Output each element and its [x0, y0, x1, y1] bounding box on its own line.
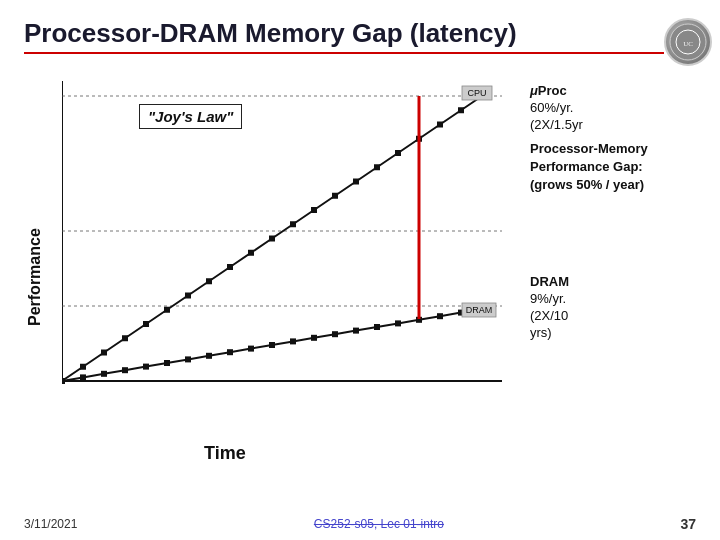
svg-rect-30 [437, 122, 443, 128]
dram-rate: 9%/yr. [530, 291, 696, 308]
svg-rect-17 [164, 307, 170, 313]
chart-svg: 1000 100 10 1 [62, 81, 502, 386]
svg-rect-13 [80, 364, 86, 370]
footer-page: 37 [680, 516, 696, 532]
dram-annotation: DRAM 9%/yr. (2X/10 yrs) [530, 274, 696, 342]
svg-rect-15 [122, 335, 128, 341]
x-axis-label: Time [204, 443, 246, 464]
svg-rect-43 [269, 342, 275, 348]
svg-rect-22 [269, 236, 275, 242]
svg-rect-28 [395, 150, 401, 156]
dram-label-text: DRAM [530, 274, 696, 291]
chart-area: Performance 1000 100 10 1 [24, 76, 514, 466]
svg-rect-46 [332, 331, 338, 337]
svg-rect-19 [206, 278, 212, 284]
svg-rect-27 [374, 164, 380, 170]
proc-rate: 60%/yr. [530, 100, 696, 117]
svg-rect-36 [122, 367, 128, 373]
svg-rect-45 [311, 335, 317, 341]
svg-text:CPU: CPU [467, 88, 486, 98]
svg-rect-16 [143, 321, 149, 327]
joys-law-label: "Joy's Law" [139, 104, 242, 129]
svg-rect-25 [332, 193, 338, 199]
footer: 3/11/2021 CS252-s05, Lec 01-intro 37 [24, 516, 696, 532]
svg-rect-39 [185, 356, 191, 362]
svg-rect-48 [374, 324, 380, 330]
svg-rect-34 [80, 374, 86, 380]
svg-rect-23 [290, 221, 296, 227]
svg-rect-35 [101, 371, 107, 377]
svg-rect-33 [62, 378, 65, 384]
footer-course: CS252-s05, Lec 01-intro [314, 517, 444, 531]
footer-date: 3/11/2021 [24, 517, 77, 531]
mu-symbol: μ [530, 83, 538, 98]
dram-years: yrs) [530, 325, 696, 342]
svg-rect-18 [185, 293, 191, 299]
svg-rect-31 [458, 107, 464, 113]
svg-rect-20 [227, 264, 233, 270]
svg-rect-47 [353, 328, 359, 334]
gap-line2: (grows 50% / year) [530, 176, 696, 194]
svg-rect-38 [164, 360, 170, 366]
gap-line1: Performance Gap: [530, 158, 696, 176]
university-logo: UC [664, 18, 712, 66]
gap-annotation: Processor-Memory Performance Gap: (grows… [530, 140, 696, 195]
slide-title: Processor-DRAM Memory Gap (latency) [24, 18, 664, 49]
y-axis-label: Performance [26, 206, 44, 326]
svg-rect-41 [227, 349, 233, 355]
svg-rect-21 [248, 250, 254, 256]
proc-label: Proc [538, 83, 567, 98]
dram-double: (2X/10 [530, 308, 696, 325]
svg-rect-37 [143, 364, 149, 370]
slide: Processor-DRAM Memory Gap (latency) UC P… [0, 0, 720, 540]
svg-text:UC: UC [683, 40, 693, 48]
svg-rect-42 [248, 346, 254, 352]
svg-rect-40 [206, 353, 212, 359]
right-annotations: μProc 60%/yr. (2X/1.5yr Processor-Memory… [514, 76, 696, 342]
svg-rect-26 [353, 179, 359, 185]
svg-rect-24 [311, 207, 317, 213]
svg-rect-49 [395, 320, 401, 326]
proc-double: (2X/1.5yr [530, 117, 696, 134]
svg-rect-51 [437, 313, 443, 319]
proc-annotation: μProc 60%/yr. (2X/1.5yr [530, 83, 696, 134]
svg-text:DRAM: DRAM [466, 305, 493, 315]
header: Processor-DRAM Memory Gap (latency) UC [24, 18, 696, 66]
svg-rect-44 [290, 338, 296, 344]
svg-rect-14 [101, 350, 107, 356]
main-content: Performance 1000 100 10 1 [24, 76, 696, 476]
title-underline [24, 52, 664, 54]
gap-title: Processor-Memory [530, 140, 696, 158]
